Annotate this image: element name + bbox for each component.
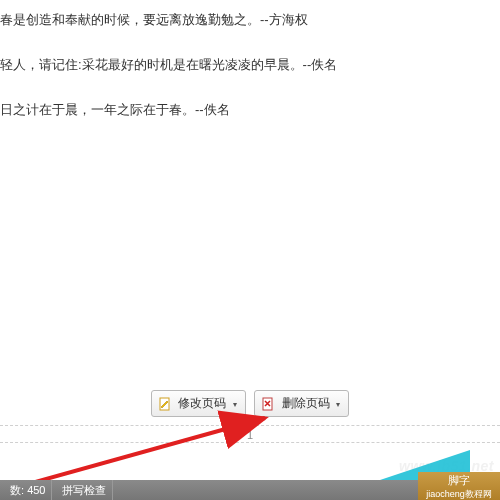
document-body: 春是创造和奉献的时候，要远离放逸勤勉之。--方海权 轻人，请记住:采花最好的时机…: [0, 0, 500, 120]
chevron-down-icon: ▾: [336, 400, 340, 409]
chevron-down-icon: ▾: [233, 400, 237, 409]
brand-badge: 脚字 jiaocheng教程网: [418, 472, 500, 500]
spellcheck-label: 拼写检查: [62, 484, 106, 496]
button-label: 删除页码: [282, 396, 330, 410]
paragraph: 日之计在于晨，一年之际在于春。--佚名: [0, 100, 500, 121]
spellcheck-cell[interactable]: 拼写检查: [56, 480, 113, 500]
count-value: 450: [27, 484, 45, 496]
paragraph: 春是创造和奉献的时候，要远离放逸勤勉之。--方海权: [0, 10, 500, 31]
brand-line2: jiaocheng教程网: [418, 487, 500, 500]
modify-page-number-button[interactable]: 修改页码 ▾: [151, 390, 246, 417]
button-label: 修改页码: [178, 396, 226, 410]
delete-page-icon: [261, 397, 275, 411]
page-break-separator: 1: [0, 425, 500, 443]
status-bar: 数: 450 拼写检查 脚字 jiaocheng教程网: [0, 480, 500, 500]
page-number-toolbar: 修改页码 ▾ 删除页码 ▾: [0, 390, 500, 417]
delete-page-number-button[interactable]: 删除页码 ▾: [254, 390, 349, 417]
paragraph: 轻人，请记住:采花最好的时机是在曙光凌凌的早晨。--佚名: [0, 55, 500, 76]
count-label: 数:: [10, 484, 24, 496]
page-number-display: 1: [247, 429, 253, 441]
word-count-cell[interactable]: 数: 450: [4, 480, 52, 500]
edit-page-icon: [158, 397, 172, 411]
brand-line1: 脚字: [418, 473, 500, 487]
